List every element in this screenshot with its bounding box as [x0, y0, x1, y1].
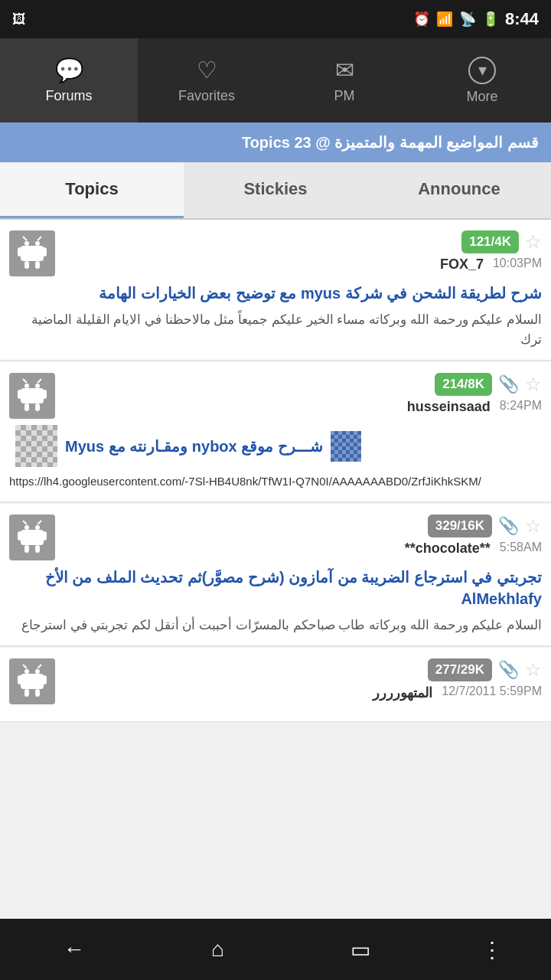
svg-rect-4: [42, 247, 47, 256]
nav-favorites[interactable]: ♡ Favorites: [138, 38, 276, 122]
post-star-3[interactable]: ☆: [525, 515, 542, 537]
nav-more-label: More: [466, 89, 497, 105]
top-nav: 💬 Forums ♡ Favorites ✉ PM ▾ More: [0, 38, 551, 122]
post-stats-3: 329/16K: [428, 514, 492, 537]
tab-announce[interactable]: Announce: [367, 162, 551, 218]
svg-rect-15: [35, 403, 40, 411]
status-bar: 🖼 ⏰ 📶 📡 🔋 8:44: [0, 0, 551, 38]
svg-point-0: [24, 241, 29, 246]
svg-point-10: [35, 384, 40, 388]
post-username-4: المتهورررر: [373, 684, 432, 701]
svg-rect-23: [24, 545, 29, 553]
post-content: 329/16K 📎 ☆ **chocolate** 5:58AM: [63, 514, 542, 557]
tab-stickies[interactable]: Stickies: [184, 162, 367, 218]
post-star-2[interactable]: ☆: [525, 374, 542, 395]
svg-rect-30: [18, 675, 22, 684]
tabs-bar: Topics Stickies Announce: [0, 162, 551, 220]
svg-line-8: [37, 237, 41, 240]
tab-topics[interactable]: Topics: [0, 162, 184, 218]
menu-button[interactable]: ⋮: [481, 937, 503, 962]
post-time-2: 8:24PM: [500, 399, 542, 415]
post-list: 121/4K ☆ FOX_7 10:03PM شرح لطريقة الشحن …: [0, 220, 551, 722]
svg-rect-3: [18, 247, 22, 256]
svg-point-27: [24, 669, 29, 674]
svg-line-16: [23, 379, 27, 383]
post-time-3: 5:58AM: [500, 541, 542, 557]
post-preview-3: السلام عليكم ورحمة الله وبركاته طاب صباح…: [9, 616, 542, 635]
svg-point-19: [35, 525, 40, 530]
post-thumb: [331, 431, 361, 462]
post-stats-4: 277/29K: [428, 658, 492, 681]
svg-line-34: [23, 665, 27, 668]
svg-rect-13: [42, 390, 47, 399]
avatar: [9, 230, 55, 276]
post-time-4: 12/7/2011 5:59PM: [442, 684, 542, 701]
svg-line-17: [37, 379, 41, 383]
post-time-1: 10:03PM: [493, 256, 542, 273]
battery-icon: 🔋: [482, 11, 499, 28]
nav-pm-label: PM: [334, 88, 355, 104]
attachment-icon: 📎: [498, 516, 519, 536]
svg-rect-5: [24, 261, 29, 269]
svg-rect-12: [18, 390, 22, 399]
post-stats-1: 121/4K: [461, 230, 519, 253]
nav-forums[interactable]: 💬 Forums: [0, 38, 138, 122]
svg-rect-24: [35, 545, 40, 553]
post-title-3[interactable]: تجربتي في استرجاع الضريبة من آمازون (شرح…: [9, 567, 542, 609]
wifi-icon: 📶: [436, 11, 453, 28]
post-link-2: https://lh4.googleusercontent.com/-7Sl-H…: [9, 473, 542, 491]
svg-line-35: [37, 665, 41, 668]
status-bar-right: ⏰ 📶 📡 🔋 8:44: [413, 9, 539, 29]
post-item[interactable]: 277/29K 📎 ☆ المتهورررر 12/7/2011 5:59PM: [0, 648, 551, 722]
forum-header-text: قسم المواضيع المهمة والمتميزة @ 23 Topic…: [242, 134, 539, 151]
nav-pm[interactable]: ✉ PM: [276, 38, 413, 122]
home-button[interactable]: ⌂: [196, 929, 240, 969]
svg-rect-11: [21, 388, 44, 403]
post-star-4[interactable]: ☆: [525, 659, 542, 681]
post-item[interactable]: 329/16K 📎 ☆ **chocolate** 5:58AM تجربتي …: [0, 504, 551, 647]
post-item[interactable]: 121/4K ☆ FOX_7 10:03PM شرح لطريقة الشحن …: [0, 220, 551, 361]
avatar: [9, 658, 55, 704]
avatar: [9, 514, 55, 560]
nav-forums-label: Forums: [45, 88, 92, 104]
svg-line-26: [37, 521, 41, 524]
svg-rect-22: [42, 531, 47, 541]
svg-point-28: [35, 669, 40, 674]
post-username-2: husseinsaad: [407, 399, 491, 415]
svg-rect-2: [21, 246, 44, 261]
back-button[interactable]: ←: [48, 929, 100, 969]
svg-rect-21: [18, 531, 22, 541]
svg-rect-32: [24, 689, 29, 697]
forums-icon: 💬: [55, 57, 83, 83]
post-stats-2: 214/8K: [435, 373, 492, 396]
svg-line-7: [23, 237, 27, 240]
svg-rect-6: [35, 261, 40, 269]
recents-button[interactable]: ▭: [335, 929, 386, 970]
post-thumb-right: [15, 425, 57, 467]
image-icon: 🖼: [12, 11, 26, 28]
svg-rect-14: [24, 403, 29, 411]
status-bar-left: 🖼: [12, 11, 26, 28]
post-star-1[interactable]: ☆: [525, 231, 542, 253]
post-preview-1: السلام عليكم ورحمة الله وبركاته مساء الخ…: [9, 310, 542, 349]
nav-favorites-label: Favorites: [178, 88, 235, 104]
attachment-icon: 📎: [498, 660, 519, 680]
post-item[interactable]: 214/8K 📎 ☆ husseinsaad 8:24PM شـــرح موق…: [0, 362, 551, 502]
nav-more[interactable]: ▾ More: [413, 38, 551, 122]
post-title-2[interactable]: شـــرح موقع nybox ومقـارنته مع Myus: [9, 425, 542, 467]
svg-line-25: [23, 521, 27, 524]
more-icon: ▾: [468, 57, 496, 84]
signal-icon: 📡: [459, 11, 476, 28]
post-title-1[interactable]: شرح لطريقة الشحن في شركة myus مع توضيح ب…: [9, 283, 542, 304]
alarm-icon: ⏰: [413, 11, 430, 28]
svg-rect-29: [21, 674, 44, 689]
favorites-icon: ♡: [197, 57, 217, 83]
bottom-nav: ← ⌂ ▭ ⋮: [0, 919, 551, 980]
pm-icon: ✉: [335, 57, 354, 83]
post-content: 277/29K 📎 ☆ المتهورررر 12/7/2011 5:59PM: [63, 658, 542, 701]
svg-point-1: [35, 241, 40, 246]
svg-point-9: [24, 384, 29, 388]
avatar: [9, 373, 55, 419]
svg-rect-33: [35, 689, 40, 697]
status-time: 8:44: [505, 9, 539, 29]
